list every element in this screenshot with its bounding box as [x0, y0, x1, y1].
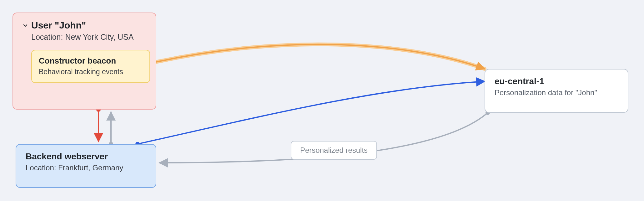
region-node[interactable]: eu-central-1 Personalization data for "J…: [485, 69, 628, 113]
edge-beacon-to-region: [153, 44, 485, 69]
edge-label-personalized-results: Personalized results: [291, 141, 377, 160]
backend-node[interactable]: Backend webserver Location: Frankfurt, G…: [16, 144, 156, 188]
user-node-subtitle: Location: New York City, USA: [31, 33, 146, 42]
user-node[interactable]: User "John" Location: New York City, USA…: [13, 13, 156, 110]
beacon-node-title: Constructor beacon: [39, 56, 143, 66]
user-node-title: User "John": [31, 20, 86, 31]
beacon-node[interactable]: Constructor beacon Behavioral tracking e…: [31, 50, 150, 83]
chevron-down-icon[interactable]: [23, 23, 28, 28]
diagram-canvas: User "John" Location: New York City, USA…: [0, 0, 644, 201]
region-node-subtitle: Personalization data for "John": [495, 88, 618, 97]
backend-node-title: Backend webserver: [26, 152, 146, 162]
edge-backend-to-region: [138, 81, 485, 144]
beacon-node-subtitle: Behavioral tracking events: [39, 68, 143, 76]
backend-node-subtitle: Location: Frankfurt, Germany: [26, 163, 146, 172]
region-node-title: eu-central-1: [495, 76, 618, 86]
edge-beacon-to-region-halo: [153, 44, 485, 69]
